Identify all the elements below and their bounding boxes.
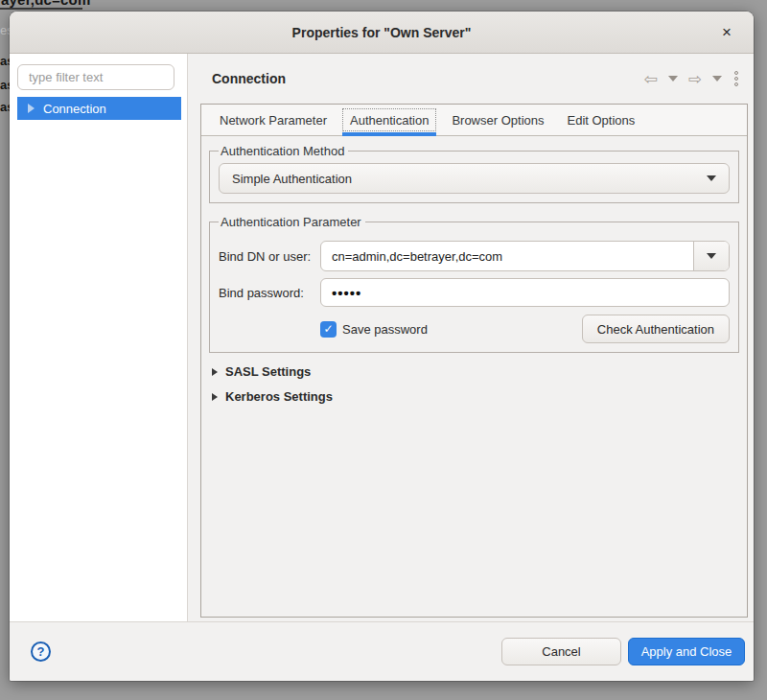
sidebar-item-connection[interactable]: Connection [17, 97, 181, 120]
connection-panel: Connection ⇦ ⇨ Network Parameter Authent… [188, 54, 754, 621]
view-menu-icon[interactable] [734, 71, 738, 86]
save-password-checkbox-group[interactable]: ✓ Save password [320, 321, 428, 338]
kerberos-settings-expander[interactable]: Kerberos Settings [212, 389, 739, 404]
authentication-tab-content: Authentication Method Simple Authenticat… [201, 136, 747, 617]
authentication-parameter-group: Authentication Parameter Bind DN or user… [209, 215, 739, 353]
authentication-method-group: Authentication Method Simple Authenticat… [209, 144, 739, 203]
selected-method: Simple Authentication [232, 172, 352, 186]
bind-password-label: Bind password: [219, 286, 320, 300]
page-title: Connection [212, 71, 644, 86]
properties-sidebar: Connection [10, 54, 188, 621]
chevron-down-icon [707, 253, 716, 259]
back-dropdown-icon[interactable] [668, 76, 678, 82]
bind-password-row: Bind password: ••••• [219, 278, 730, 307]
authentication-method-select[interactable]: Simple Authentication [219, 163, 730, 194]
dialog-footer: ? Cancel Apply and Close [10, 621, 754, 681]
tab-bar: Network Parameter Authentication Browser… [201, 105, 747, 136]
sidebar-item-label: Connection [43, 102, 106, 116]
bind-dn-row: Bind DN or user: cn=admin,dc=betrayer,dc… [219, 241, 730, 271]
group-legend: Authentication Parameter [219, 215, 365, 229]
apply-and-close-button[interactable]: Apply and Close [628, 638, 745, 665]
dialog-title: Properties for "Own Server" [292, 25, 472, 40]
forward-dropdown-icon[interactable] [712, 76, 722, 82]
close-icon[interactable]: × [715, 21, 738, 44]
bind-dn-value[interactable]: cn=admin,dc=betrayer,dc=com [321, 242, 693, 270]
help-icon[interactable]: ? [31, 642, 51, 662]
bind-dn-label: Bind DN or user: [219, 249, 320, 264]
tab-folder: Network Parameter Authentication Browser… [200, 104, 748, 618]
filter-input[interactable] [17, 64, 174, 90]
sasl-settings-expander[interactable]: SASL Settings [212, 364, 739, 379]
tab-browser-options[interactable]: Browser Options [443, 105, 552, 135]
save-password-label: Save password [342, 322, 428, 337]
bind-dn-combo[interactable]: cn=admin,dc=betrayer,dc=com [320, 241, 730, 271]
panel-header: Connection ⇦ ⇨ [188, 54, 754, 104]
check-icon: ✓ [323, 323, 333, 335]
cancel-button[interactable]: Cancel [501, 638, 621, 665]
properties-dialog: Properties for "Own Server" × Connection… [10, 12, 754, 681]
dialog-body: Connection Connection ⇦ ⇨ Network Parame… [10, 54, 754, 621]
forward-icon[interactable]: ⇨ [688, 71, 702, 87]
expander-arrow-icon [212, 393, 218, 401]
bind-dn-dropdown-button[interactable] [693, 242, 729, 270]
dialog-titlebar[interactable]: Properties for "Own Server" × [10, 12, 754, 54]
group-legend: Authentication Method [219, 144, 348, 158]
background-underline [0, 8, 82, 10]
password-actions-row: ✓ Save password Check Authentication [219, 315, 730, 343]
bind-password-field[interactable]: ••••• [320, 278, 730, 307]
tree-expander-icon[interactable] [28, 104, 35, 113]
tab-network-parameter[interactable]: Network Parameter [211, 105, 336, 135]
check-authentication-button[interactable]: Check Authentication [582, 315, 730, 343]
expander-arrow-icon [212, 368, 218, 376]
save-password-checkbox[interactable]: ✓ [320, 321, 337, 338]
chevron-down-icon [707, 175, 716, 181]
tab-authentication[interactable]: Authentication [341, 105, 437, 135]
footer-buttons: Cancel Apply and Close [501, 638, 745, 665]
header-nav-icons: ⇦ ⇨ [644, 71, 739, 87]
tab-edit-options[interactable]: Edit Options [558, 105, 643, 135]
background-dn-text: ayer,dc=com [1, 0, 91, 8]
back-icon[interactable]: ⇦ [644, 71, 658, 87]
